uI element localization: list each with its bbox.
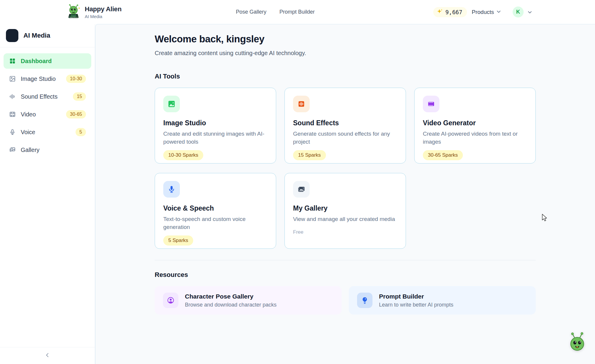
sidebar-item-label: Voice [21, 129, 35, 136]
nav-pose-gallery[interactable]: Pose Gallery [236, 9, 266, 15]
microphone-icon [9, 129, 16, 136]
tool-description: Create AI-powered videos from text or im… [423, 130, 527, 146]
chevron-down-icon [496, 9, 501, 15]
tool-cost-badge: 30-65 Sparks [423, 150, 463, 160]
ai-tools-heading: AI Tools [155, 73, 536, 80]
tool-title: My Gallery [293, 204, 397, 212]
sparks-balance[interactable]: 9,667 [433, 7, 467, 17]
user-avatar[interactable]: K [513, 7, 524, 17]
avatar-initial: K [516, 9, 520, 15]
tool-description: Text-to-speech and custom voice generati… [163, 215, 267, 231]
sparkle-icon [437, 9, 443, 16]
sidebar-badge: 15 [73, 92, 86, 101]
grid-icon [9, 57, 16, 65]
sidebar-item-label: Gallery [21, 147, 39, 153]
tool-card-sound-effects[interactable]: Sound Effects Generate custom sound effe… [284, 88, 406, 163]
section-divider [155, 260, 536, 260]
sidebar-item-dashboard[interactable]: Dashboard [4, 53, 91, 69]
tool-description: Generate custom sound effects for any pr… [293, 130, 397, 146]
sidebar-item-voice[interactable]: Voice 5 [4, 124, 91, 140]
images-icon [293, 181, 310, 198]
sidebar-brand: AI Media [0, 24, 95, 47]
image-icon [163, 96, 180, 112]
tool-card-my-gallery[interactable]: My Gallery View and manage all your crea… [284, 173, 406, 249]
resource-title: Character Pose Gallery [185, 293, 276, 300]
resource-description: Browse and download character packs [185, 302, 276, 308]
tool-cost-badge: 5 Sparks [163, 235, 193, 246]
page-title: Welcome back, kingsley [155, 33, 536, 45]
page-subtitle: Create amazing content using cutting-edg… [155, 50, 536, 57]
tool-card-voice-speech[interactable]: Voice & Speech Text-to-speech and custom… [155, 173, 276, 249]
nav-prompt-builder[interactable]: Prompt Builder [279, 9, 315, 15]
tool-description: Create and edit stunning images with AI-… [163, 130, 267, 146]
sidebar-collapse-button[interactable] [0, 347, 95, 364]
sidebar-nav: Dashboard Image Studio 10-30 Sound Effec… [0, 47, 95, 158]
sidebar-brand-label: AI Media [23, 32, 50, 39]
film-icon [9, 111, 16, 118]
images-icon [9, 146, 16, 153]
tool-free-label: Free [293, 229, 397, 235]
lightbulb-icon [357, 293, 372, 308]
ai-tools-grid: Image Studio Create and edit stunning im… [155, 88, 536, 249]
sidebar-item-label: Sound Effects [21, 93, 57, 100]
svg-text:HappyAlien.ai: HappyAlien.ai [69, 17, 78, 18]
image-icon [9, 75, 16, 82]
resources-heading: Resources [155, 271, 536, 279]
sidebar-badge: 30-65 [66, 110, 86, 118]
tool-title: Sound Effects [293, 119, 397, 127]
tool-cost-badge: 10-30 Sparks [163, 150, 203, 160]
tool-title: Voice & Speech [163, 204, 268, 212]
app-subtitle: AI Media [85, 14, 121, 19]
sparks-count: 9,667 [445, 9, 462, 15]
sidebar-item-image-studio[interactable]: Image Studio 10-30 [4, 71, 91, 86]
resource-card-prompt-builder[interactable]: Prompt Builder Learn to write better AI … [349, 286, 536, 315]
sidebar-logo [6, 29, 18, 42]
products-label: Products [472, 9, 494, 15]
sidebar-item-video[interactable]: Video 30-65 [4, 107, 91, 122]
tool-cost-badge: 15 Sparks [293, 150, 326, 160]
chevron-left-icon [44, 352, 50, 359]
sidebar-item-sound-effects[interactable]: Sound Effects 15 [4, 89, 91, 104]
tool-description: View and manage all your created media [293, 215, 397, 223]
avatar-chevron-down-icon[interactable] [527, 10, 532, 16]
main-content: Welcome back, kingsley Create amazing co… [95, 24, 595, 364]
alien-chat-widget[interactable] [568, 332, 587, 352]
microphone-icon [163, 181, 180, 198]
tool-title: Image Studio [163, 119, 268, 127]
top-header: HappyAlien.ai Happy Alien AI Media Pose … [0, 0, 595, 24]
audio-lines-icon [293, 96, 310, 112]
header-nav: Pose Gallery Prompt Builder [236, 0, 315, 24]
app-brand: HappyAlien.ai Happy Alien AI Media [67, 4, 121, 20]
resource-title: Prompt Builder [379, 293, 453, 300]
sidebar: AI Media Dashboard Image Studio 10-30 [0, 24, 95, 364]
sidebar-badge: 5 [76, 128, 86, 136]
sidebar-item-label: Dashboard [21, 58, 52, 65]
sidebar-item-gallery[interactable]: Gallery [4, 142, 91, 158]
tool-card-image-studio[interactable]: Image Studio Create and edit stunning im… [155, 88, 276, 163]
sidebar-item-label: Image Studio [21, 76, 56, 82]
sidebar-item-label: Video [21, 111, 36, 118]
tool-card-video-generator[interactable]: Video Generator Create AI-powered videos… [414, 88, 536, 163]
happy-alien-logo-icon: HappyAlien.ai [67, 4, 81, 20]
audio-lines-icon [9, 93, 16, 100]
resources-grid: Character Pose Gallery Browse and downlo… [155, 286, 536, 315]
tool-title: Video Generator [423, 119, 527, 127]
sidebar-badge: 10-30 [66, 75, 86, 83]
resource-card-pose-gallery[interactable]: Character Pose Gallery Browse and downlo… [155, 286, 342, 315]
resource-description: Learn to write better AI prompts [379, 302, 453, 308]
app-title: Happy Alien [85, 5, 121, 13]
user-circle-icon [163, 293, 178, 308]
film-icon [423, 96, 439, 112]
products-menu[interactable]: Products [472, 0, 501, 24]
